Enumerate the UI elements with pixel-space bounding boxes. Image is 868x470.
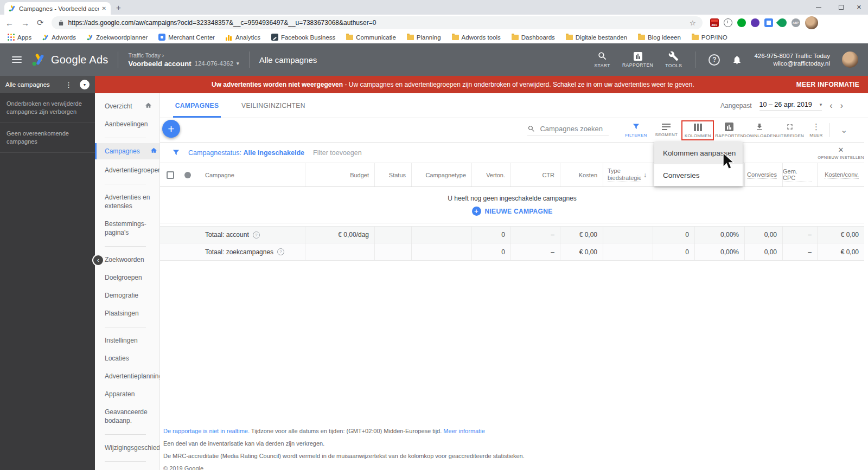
sidebar-item-overzicht[interactable]: Overzicht	[105, 102, 156, 111]
sidebar-item-advertenties-en-extensies[interactable]: Advertenties en extensies	[105, 193, 156, 210]
reset-label[interactable]: OPNIEUW INSTELLEN	[818, 155, 864, 160]
meer-informatie-link[interactable]: MEER INFORMATIE	[796, 81, 859, 88]
date-prev-icon[interactable]: ‹	[829, 101, 832, 111]
select-all-checkbox[interactable]	[167, 171, 174, 179]
bookmark-adwords-tools[interactable]: Adwords tools	[452, 34, 501, 41]
bookmark-pop-ino[interactable]: POP/INO	[692, 34, 727, 41]
help-icon[interactable]: ?	[277, 248, 284, 255]
help-icon[interactable]: ?	[709, 54, 720, 66]
bookmark-dashboards[interactable]: Dashboards	[512, 34, 555, 41]
header-campagne[interactable]: Campagne	[195, 163, 305, 186]
help-icon[interactable]: ?	[253, 231, 260, 239]
bookmark-analytics[interactable]: Analytics	[226, 34, 260, 41]
campaign-search[interactable]	[527, 125, 609, 136]
segment-button[interactable]: SEGMENT	[651, 124, 681, 137]
new-campaign-fab[interactable]: +	[162, 120, 180, 138]
sidebar-item-advertentiegroepen[interactable]: Advertentiegroepen	[105, 166, 156, 175]
new-campaign-button[interactable]: + NIEUWE CAMPAGNE	[472, 207, 553, 216]
sidebar-item-wijzigingsgeschiedenis[interactable]: Wijzigingsgeschieden	[105, 443, 156, 452]
adblock-extension-icon[interactable]: ABP	[792, 18, 800, 27]
address-bar[interactable]: https://ads.google.com/aw/campaigns?ocid…	[52, 16, 703, 29]
sidebar-item-geavanceerde-bodaanp[interactable]: Geavanceerde bodaanp.	[105, 408, 156, 425]
bookmark-zoekwoordplanner[interactable]: Zoekwoordplanner	[87, 34, 148, 41]
header-type-biedstrategie[interactable]: Type biedstrategie↓	[603, 163, 653, 186]
bookmark-planning[interactable]: Planning	[407, 34, 441, 41]
account-caret-icon[interactable]: ▾	[237, 61, 239, 66]
history-clock-icon[interactable]	[724, 18, 732, 27]
tab-close-icon[interactable]: ✕	[102, 5, 106, 11]
uitbreiden-button[interactable]: UITBREIDEN	[775, 123, 805, 138]
bookmark-merchant-center[interactable]: Merchant Center	[158, 34, 215, 41]
header-ctr[interactable]: CTR	[510, 163, 560, 186]
filteren-button[interactable]: FILTEREN	[621, 123, 651, 138]
header-status[interactable]: Status	[374, 163, 411, 186]
sidebar-item-advertentieplanning[interactable]: Advertentieplanning	[105, 372, 156, 381]
header-gem-cpc[interactable]: Gem. CPC	[782, 163, 817, 186]
bookmark-blog-ideeen[interactable]: Blog ideeen	[638, 34, 681, 41]
header-vertoningen[interactable]: Verton.	[471, 163, 510, 186]
purple-extension-icon[interactable]	[751, 18, 760, 27]
header-campagnetype[interactable]: Campagnetype	[411, 163, 471, 186]
downloaden-button[interactable]: DOWNLOADEN	[744, 123, 775, 138]
sidebar-item-locaties[interactable]: Locaties	[105, 354, 156, 363]
refresh-icon[interactable]: ⟳	[37, 18, 44, 28]
notifications-bell-icon[interactable]	[732, 55, 742, 65]
panel-more-icon[interactable]: ⋮	[65, 81, 72, 89]
tools-button[interactable]: TOOLS	[665, 51, 682, 68]
meer-button[interactable]: ⋮ MEER	[805, 123, 827, 138]
tab-campagnes[interactable]: CAMPAGNES	[173, 102, 221, 110]
window-minimize-button[interactable]	[816, 0, 821, 15]
bookmark-digitale-bestanden[interactable]: Digitale bestanden	[566, 34, 627, 41]
search-input[interactable]	[540, 125, 605, 133]
forward-icon[interactable]: →	[21, 18, 29, 28]
rapporten-toolbar-button[interactable]: RAPPORTEN	[714, 123, 744, 138]
bookmark-communicatie[interactable]: Communicatie	[346, 34, 396, 41]
account-breadcrumb[interactable]: Traffic Today › Voorbeeld account 124-07…	[128, 52, 239, 68]
new-tab-button[interactable]: +	[116, 3, 121, 12]
header-conversies[interactable]: Conversies	[744, 163, 782, 186]
sidebar-item-instellingen[interactable]: Instellingen	[105, 336, 156, 345]
browser-profile-avatar[interactable]	[805, 16, 818, 29]
add-filter-button[interactable]: Filter toevoegen	[313, 149, 362, 157]
header-budget[interactable]: Budget	[305, 163, 374, 186]
panel-collapse-icon[interactable]: ▾	[80, 80, 90, 89]
campaign-status-filter[interactable]: Campagnestatus: Alle ingeschakelde	[188, 149, 304, 157]
sidebar-item-aanbevelingen[interactable]: Aanbevelingen	[105, 120, 156, 128]
sidebar-item-doelgroepen[interactable]: Doelgroepen	[105, 273, 156, 282]
user-avatar[interactable]	[842, 51, 858, 68]
sidebar-item-apparaten[interactable]: Apparaten	[105, 390, 156, 398]
seo-extension-icon[interactable]: 301	[710, 18, 719, 27]
header-kosten-conv[interactable]: Kosten/conv.	[817, 163, 864, 186]
bookmark-facebook-business[interactable]: Facebook Business	[271, 34, 335, 41]
kolommen-button[interactable]: KOLOMMEN	[682, 124, 713, 138]
blue-extension-icon[interactable]	[764, 18, 773, 27]
close-filter-icon[interactable]: ✕	[818, 146, 864, 154]
hamburger-menu-icon[interactable]	[12, 56, 22, 63]
evernote-extension-icon[interactable]	[737, 18, 746, 27]
sidebar-collapse-button[interactable]: ‹	[92, 254, 104, 266]
sidebar-item-zoekwoorden[interactable]: Zoekwoorden	[105, 255, 156, 264]
back-icon[interactable]: ←	[5, 18, 14, 28]
window-close-button[interactable]: ✕	[857, 0, 861, 15]
sidebar-item-campagnes[interactable]: Campagnes	[95, 143, 160, 159]
collapse-stats-icon[interactable]: ⌄	[840, 125, 847, 135]
date-next-icon[interactable]: ›	[840, 101, 843, 111]
meer-informatie-footer-link[interactable]: Meer informatie	[443, 428, 484, 434]
bookmark-adwords[interactable]: Adwords	[42, 34, 76, 41]
rapporten-button[interactable]: RAPPORTEN	[622, 52, 653, 68]
sidebar-item-plaatsingen[interactable]: Plaatsingen	[105, 309, 156, 318]
tab-veilinginzichten[interactable]: VEILINGINZICHTEN	[241, 102, 305, 110]
green-drop-extension-icon[interactable]	[776, 17, 788, 29]
start-search-button[interactable]: START	[594, 51, 610, 68]
browser-tab[interactable]: Campagnes - Voorbeeld account ✕	[4, 2, 111, 15]
realtime-link[interactable]: De rapportage is niet in realtime.	[163, 428, 250, 434]
select-all-cell[interactable]	[160, 163, 180, 186]
sidebar-item-bestemmingspaginas[interactable]: Bestemmings-pagina's	[105, 220, 156, 237]
sidebar-item-demografie[interactable]: Demografie	[105, 291, 156, 300]
window-restore-button[interactable]	[839, 0, 844, 15]
url-text[interactable]: https://ads.google.com/aw/campaigns?ocid…	[68, 19, 685, 27]
header-kosten[interactable]: Kosten	[560, 163, 603, 186]
date-range-picker[interactable]: Aangepast 10 – 26 apr. 2019▾ ‹ ›	[720, 101, 868, 111]
bookmark-star-icon[interactable]: ☆	[690, 19, 696, 27]
bookmark-apps[interactable]: Apps	[8, 34, 31, 41]
